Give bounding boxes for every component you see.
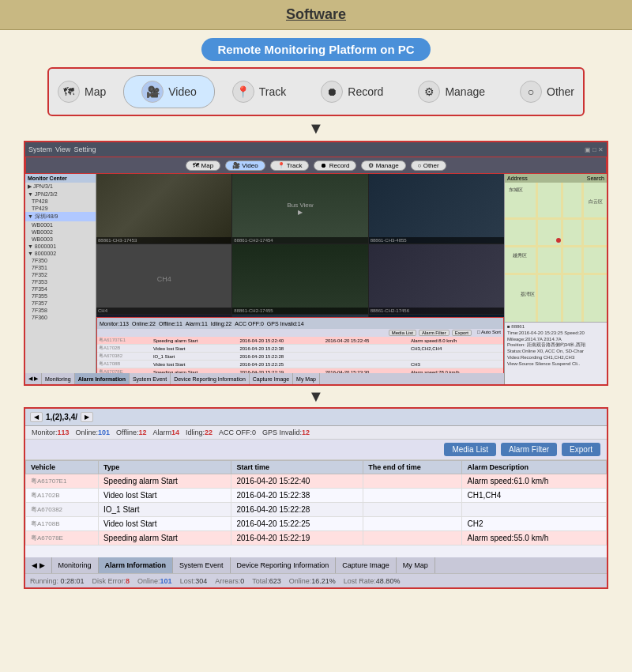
video-cell-3[interactable]: 88861-CH3-4855 [369, 174, 504, 244]
video-cell-4[interactable]: CH4 CH4 [96, 244, 231, 314]
ss-tab-system[interactable]: System Event [130, 373, 171, 384]
video-cell-6[interactable]: 88861-CH2-17456 [369, 244, 504, 314]
bp-alarm-row[interactable]: 粤A1702B Video lost Start 2016-04-20 15:2… [26, 489, 607, 503]
bp-tab-capture[interactable]: Capture Image [336, 557, 397, 573]
stat-alarm: Alarm14 [152, 428, 179, 436]
ss-export-btn[interactable]: Export [452, 330, 472, 336]
ss-tab-capture[interactable]: Capture Image [250, 373, 293, 384]
bp-alarm-row[interactable]: 粤A67078E Speeding alarm Start 2016-04-20… [26, 531, 607, 546]
tree-item-15[interactable]: 7F354 [25, 285, 96, 293]
video-cell-5[interactable]: 88861-CH2-17455 [232, 244, 367, 314]
tree-item-9[interactable]: ▼ 8000001 [25, 243, 96, 250]
ss-menu-setting[interactable]: Setting [73, 145, 96, 153]
bp-tab-monitoring[interactable]: Monitoring [52, 557, 99, 573]
bp-tab-mymap[interactable]: My Map [397, 557, 435, 573]
nav-other-label: Other [547, 85, 574, 98]
ss-nav-other[interactable]: ○ Other [411, 160, 446, 171]
header-title: Software [286, 6, 346, 22]
nav-bar-large: 🗺 Map 🎥 Video 📍 Track ⏺ Record ⚙ Manage … [47, 67, 585, 116]
bp-next-btn[interactable]: ▶ [81, 412, 93, 422]
bp-tab-nav[interactable]: ◀ ▶ [25, 557, 52, 573]
map-vehicle-dot [556, 238, 561, 243]
bp-tab-device[interactable]: Device Reporting Information [231, 557, 337, 573]
tree-item-7[interactable]: WB0002 [25, 228, 96, 236]
header: Software [0, 0, 632, 30]
bp-media-list-btn[interactable]: Media List [444, 443, 496, 456]
record-icon: ⏺ [321, 81, 343, 103]
ss-alarm-row[interactable]: 粤A61707E1 Speeding alarm Start 2016-04-2… [97, 337, 503, 345]
tree-item-19[interactable]: 7F360 [25, 314, 96, 321]
status-arrears: Arrears:0 [215, 577, 244, 585]
ss-nav: 🗺 Map 🎥 Video 📍 Track ⏺ Record ⚙ Manage … [25, 157, 607, 174]
ss-menu-system[interactable]: System [28, 145, 52, 153]
status-running: Running: 0:28:01 [30, 577, 85, 585]
tree-item-4[interactable]: TP429 [25, 205, 96, 212]
bp-alarm-row[interactable]: 粤A670382 Video lost Start 2016-04-20 15:… [26, 546, 607, 546]
ss-tab-monitoring[interactable]: Monitoring [42, 373, 75, 384]
tree-item-12[interactable]: 7F351 [25, 264, 96, 271]
bp-tab-system[interactable]: System Event [173, 557, 231, 573]
bp-tab-alarm[interactable]: Alarm Information [99, 557, 174, 573]
video-label-3: 88861-CH3-4855 [369, 237, 504, 244]
ss-map-header: Address Search [505, 174, 607, 183]
tree-item-11[interactable]: 7F350 [25, 257, 96, 264]
ss-alarm-row[interactable]: 粤A670382 IO_1 Start 2016-04-20 15:22:28 [97, 353, 503, 361]
tree-item-6[interactable]: WB0001 [25, 221, 96, 228]
ss-alarm-filter-btn[interactable]: Alarm Filter [419, 330, 450, 336]
arrow-down-1: ▼ [0, 116, 632, 141]
bp-export-btn[interactable]: Export [562, 443, 600, 456]
bp-prev-btn[interactable]: ◀ [30, 412, 43, 422]
ss-tab-device[interactable]: Device Reporting Information [171, 373, 250, 384]
ss-alarm-table: 粤A61707E1 Speeding alarm Start 2016-04-2… [97, 337, 503, 376]
ss-alarm-row[interactable]: 粤A1708B Video lost Start 2016-04-20 15:2… [97, 361, 503, 368]
ss-menu-view[interactable]: View [55, 145, 70, 153]
video-label-4: CH4 [96, 308, 231, 314]
ss-alarm-header: Monitor:113 Online:22 Offline:11 Alarm:1… [97, 318, 503, 329]
ss-nav-video[interactable]: 🎥 Video [225, 160, 265, 171]
video-label-6: 88861-CH2-17456 [369, 308, 504, 314]
nav-item-other[interactable]: ○ Other [502, 76, 592, 108]
video-label-1: 88861-CH3-17453 [96, 237, 231, 244]
nav-map-label: Map [85, 85, 106, 98]
tree-item-18[interactable]: 7F358 [25, 307, 96, 314]
map-icon: 🗺 [58, 81, 80, 103]
ss-alarm-row[interactable]: 粤A1702B Video lost Start 2016-04-20 15:2… [97, 345, 503, 353]
ss-tab-alarm[interactable]: Alarm Information [75, 373, 130, 384]
nav-item-video[interactable]: 🎥 Video [123, 75, 215, 108]
bp-table-container: Vehicle Type Start time The end of time … [25, 460, 607, 546]
tree-item-14[interactable]: 7F353 [25, 278, 96, 285]
bp-alarm-row[interactable]: 粤A670382 IO_1 Start 2016-04-20 15:22:28 [26, 503, 607, 517]
ss-tab-mymap[interactable]: My Map [293, 373, 320, 384]
tree-item-5[interactable]: ▼ 深圳/48/9 [25, 212, 96, 221]
subtitle-box: Remote Monitoring Platform on PC [201, 38, 430, 61]
nav-item-track[interactable]: 📍 Track [215, 76, 303, 108]
tree-item-13[interactable]: 7F352 [25, 271, 96, 278]
tree-item-17[interactable]: 7F357 [25, 300, 96, 307]
tree-item-1[interactable]: ▶ JPN/3/1 [25, 183, 96, 191]
bp-alarm-row[interactable]: 粤A61707E1 Speeding alarm Start 2016-04-2… [26, 474, 607, 489]
bp-alarm-filter-btn[interactable]: Alarm Filter [501, 443, 557, 456]
ss-media-list-btn[interactable]: Media List [389, 330, 416, 336]
stat-idling: Idling:22 [186, 428, 213, 436]
ss-nav-manage[interactable]: ⚙ Manage [361, 160, 405, 171]
tree-item-10[interactable]: ▼ 8000002 [25, 250, 96, 257]
video-cell-2[interactable]: Bus View▶ 88861-CH2-17454 [232, 174, 367, 244]
nav-item-map[interactable]: 🗺 Map [40, 76, 123, 108]
other-icon: ○ [520, 81, 542, 103]
status-total: Total:623 [252, 577, 281, 585]
nav-record-label: Record [348, 85, 383, 98]
stat-monitor: Monitor:113 [32, 428, 70, 436]
stat-gps-invalid: GPS Invalid:12 [262, 428, 310, 436]
video-cell-1[interactable]: 88861-CH3-17453 [96, 174, 231, 244]
ss-tab-nav[interactable]: ◀ ▶ [25, 373, 42, 384]
tree-item-2[interactable]: ▼ JPN2/3/2 [25, 191, 96, 198]
ss-nav-record[interactable]: ⏺ Record [314, 160, 356, 171]
bp-alarm-row[interactable]: 粤A1708B Video lost Start 2016-04-20 15:2… [26, 517, 607, 531]
tree-item-16[interactable]: 7F355 [25, 293, 96, 300]
nav-item-record[interactable]: ⏺ Record [303, 76, 401, 108]
tree-item-8[interactable]: WB0003 [25, 236, 96, 243]
ss-nav-map[interactable]: 🗺 Map [186, 160, 220, 171]
ss-nav-track[interactable]: 📍 Track [270, 160, 310, 171]
nav-item-manage[interactable]: ⚙ Manage [401, 76, 502, 108]
tree-item-3[interactable]: TP428 [25, 198, 96, 205]
